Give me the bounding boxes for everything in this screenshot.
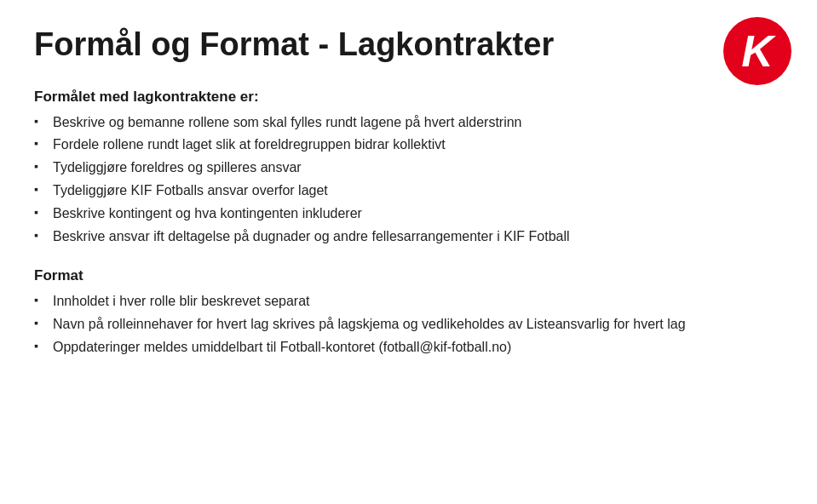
format-section: Format Innholdet i hver rolle blir beskr… [34, 267, 783, 358]
formal-section: Formålet med lagkontraktene er: Beskrive… [34, 89, 783, 248]
list-item: Tydeliggjøre foreldres og spilleres ansv… [34, 158, 783, 179]
list-item: Tydeliggjøre KIF Fotballs ansvar overfor… [34, 180, 783, 202]
list-item: Fordele rollene rundt laget slik at fore… [34, 135, 783, 156]
formal-bullet-list: Beskrive og bemanne rollene som skal fyl… [34, 112, 783, 248]
format-bullet-list: Innholdet i hver rolle blir beskrevet se… [34, 291, 783, 358]
page-title: Formål og Format - Lagkontrakter [34, 26, 783, 65]
list-item: Beskrive ansvar ift deltagelse på dugnad… [34, 226, 783, 248]
list-item: Oppdateringer meldes umiddelbart til Fot… [34, 337, 783, 358]
logo-circle: K [723, 17, 791, 85]
formal-section-heading: Formålet med lagkontraktene er: [34, 89, 783, 106]
logo-container: K [723, 17, 791, 85]
format-section-heading: Format [34, 267, 783, 284]
logo-k-letter: K [741, 29, 774, 73]
list-item: Beskrive og bemanne rollene som skal fyl… [34, 112, 783, 134]
list-item: Innholdet i hver rolle blir beskrevet se… [34, 291, 783, 312]
list-item: Beskrive kontingent og hva kontingenten … [34, 203, 783, 225]
list-item: Navn på rolleinnehaver for hvert lag skr… [34, 314, 783, 335]
